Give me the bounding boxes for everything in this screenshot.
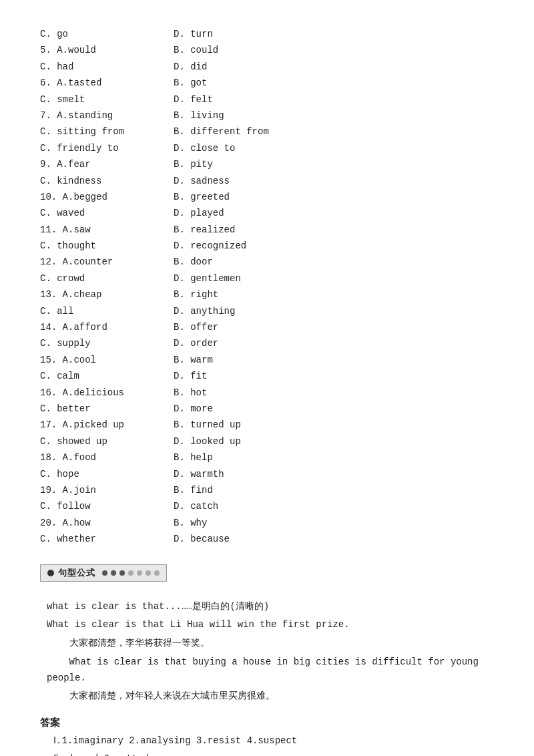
- dot-6: [146, 570, 151, 576]
- q19-c: C. follow: [40, 499, 174, 514]
- table-row: C. friendly to D. close to: [40, 141, 494, 156]
- q6-label: 6. A.tasted: [40, 75, 174, 90]
- answers-title: 答案: [40, 717, 494, 729]
- q13-d: D. anything: [174, 304, 307, 319]
- table-row: C. thought D. recognized: [40, 238, 494, 253]
- table-row: 11. A.saw B. realized: [40, 222, 494, 237]
- q18-b: B. help: [174, 450, 307, 465]
- q10-c: C. waved: [40, 206, 174, 220]
- q11-d: D. recognized: [174, 238, 307, 253]
- q15-c: C. calm: [40, 369, 174, 383]
- table-row: 15. A.cool B. warm: [40, 353, 494, 367]
- q18-d: D. warmth: [174, 467, 307, 482]
- q6-b: B. got: [174, 75, 307, 90]
- table-row: C. waved D. played: [40, 206, 494, 220]
- q18-label: 18. A.food: [40, 450, 174, 465]
- q8-c: C. friendly to: [40, 141, 174, 156]
- table-row: C. better D. more: [40, 401, 494, 416]
- table-row: C. kindness D. sadness: [40, 174, 494, 188]
- q13-c: C. all: [40, 304, 174, 319]
- q10-b: B. greeted: [174, 190, 307, 204]
- q16-label: 16. A.delicious: [40, 385, 174, 400]
- table-row: 9. A.fear B. pity: [40, 157, 494, 172]
- dot-3: [119, 570, 125, 576]
- q19-label: 19. A.join: [40, 483, 174, 498]
- dot-2: [111, 570, 116, 576]
- formula-line-3: 大家都清楚，李华将获得一等奖。: [47, 636, 494, 652]
- q10-d: D. played: [174, 206, 307, 220]
- q17-label: 17. A.picked up: [40, 417, 174, 432]
- q20-d: D. because: [174, 532, 307, 546]
- q20-b: B. why: [174, 516, 307, 530]
- table-row: C. all D. anything: [40, 304, 494, 319]
- table-row: C. had D. did: [40, 59, 494, 74]
- table-row: 16. A.delicious B. hot: [40, 385, 494, 400]
- q14-b: B. offer: [174, 320, 307, 335]
- table-row: C. hope D. warmth: [40, 467, 494, 482]
- q12-c: C. crowd: [40, 271, 174, 286]
- q5-d: D. did: [174, 59, 307, 74]
- answer-d-turn: D. turn: [174, 27, 307, 41]
- q12-d: D. gentlemen: [174, 271, 307, 286]
- table-row: C. calm D. fit: [40, 369, 494, 383]
- table-row: 20. A.how B. why: [40, 516, 494, 530]
- q12-label: 12. A.counter: [40, 254, 174, 269]
- dot-4: [128, 570, 134, 576]
- q5-b: B. could: [174, 43, 307, 57]
- q11-b: B. realized: [174, 222, 307, 237]
- formula-line-5: 大家都清楚，对年轻人来说在大城市里买房很难。: [47, 689, 494, 705]
- q14-d: D. order: [174, 336, 307, 351]
- q15-label: 15. A.cool: [40, 353, 174, 367]
- table-row: 17. A.picked up B. turned up: [40, 417, 494, 432]
- q7-label: 7. A.standing: [40, 108, 174, 123]
- q10-label: 10. A.begged: [40, 190, 174, 204]
- q15-d: D. fit: [174, 369, 307, 383]
- q5-label: 5. A.would: [40, 43, 174, 57]
- q9-d: D. sadness: [174, 174, 307, 188]
- formula-line-1: what is clear is that...……是明白的(清晰的): [47, 599, 494, 615]
- q14-c: C. supply: [40, 336, 174, 351]
- q11-c: C. thought: [40, 238, 174, 253]
- table-row: 13. A.cheap B. right: [40, 287, 494, 302]
- q13-label: 13. A.cheap: [40, 287, 174, 302]
- table-row: C. sitting from B. different from: [40, 124, 494, 139]
- q16-c: C. better: [40, 401, 174, 416]
- q20-c: C. whether: [40, 532, 174, 546]
- dot-7: [154, 570, 160, 576]
- table-row: 10. A.begged B. greeted: [40, 190, 494, 204]
- table-row: C. crowd D. gentlemen: [40, 271, 494, 286]
- q9-b: B. pity: [174, 157, 307, 172]
- dot-1: [102, 570, 107, 576]
- table-row: 5. A.would B. could: [40, 43, 494, 57]
- q9-c: C. kindness: [40, 174, 174, 188]
- table-row: C. follow D. catch: [40, 499, 494, 514]
- page: C. go D. turn 5. A.would B. could C. had…: [0, 0, 534, 756]
- q18-c: C. hope: [40, 467, 174, 482]
- q6-d: D. felt: [174, 92, 307, 107]
- q6-c: C. smelt: [40, 92, 174, 107]
- table-row: 18. A.food B. help: [40, 450, 494, 465]
- q13-b: B. right: [174, 287, 307, 302]
- q17-b: B. turned up: [174, 417, 307, 432]
- table-row: 12. A.counter B. door: [40, 254, 494, 269]
- formula-line-4: What is clear is that buying a house in …: [47, 654, 494, 687]
- formula-line-2: What is clear is that Li Hua will win th…: [47, 617, 494, 633]
- q19-d: D. catch: [174, 499, 307, 514]
- table-row: 14. A.afford B. offer: [40, 320, 494, 335]
- q7-d: B. different from: [174, 124, 307, 139]
- q19-b: B. find: [174, 483, 307, 498]
- q17-d: D. looked up: [174, 434, 307, 449]
- q12-b: B. door: [174, 254, 307, 269]
- q8-d: D. close to: [174, 141, 307, 156]
- table-row: C. supply D. order: [40, 336, 494, 351]
- dot-5: [137, 570, 142, 576]
- q11-label: 11. A.saw: [40, 222, 174, 237]
- q7-b: B. living: [174, 108, 307, 123]
- formula-bullet: [47, 570, 54, 576]
- q7-c: C. sitting from: [40, 124, 174, 139]
- table-row: C. showed up D. looked up: [40, 434, 494, 449]
- q16-d: D. more: [174, 401, 307, 416]
- answers-section: 答案 Ⅰ.1.imaginary 2.analysing 3.resist 4.…: [40, 717, 494, 756]
- formula-header-box: 句型公式: [40, 564, 167, 582]
- answer-line-1: Ⅰ.1.imaginary 2.analysing 3.resist 4.sus…: [40, 733, 494, 749]
